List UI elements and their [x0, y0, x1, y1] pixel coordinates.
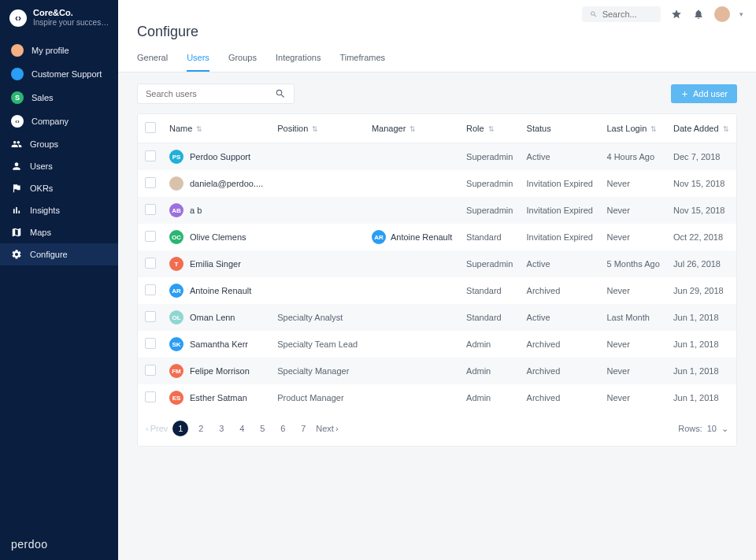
chart-icon — [11, 205, 22, 216]
search-users[interactable] — [137, 83, 295, 104]
cell-status: Archived — [521, 331, 601, 358]
sidebar-item-company[interactable]: ‹›Company — [0, 109, 118, 133]
row-checkbox[interactable] — [145, 150, 156, 161]
cell-role: Standard — [460, 304, 520, 331]
table-row[interactable]: daniela@perdoo....SuperadminInvitation E… — [138, 170, 736, 197]
page-1[interactable]: 1 — [172, 421, 188, 436]
cell-last-login: Never — [600, 384, 667, 411]
cell-role: Superadmin — [460, 143, 520, 171]
table-row[interactable]: PSPerdoo SupportSuperadminActive4 Hours … — [138, 143, 736, 171]
cell-position — [271, 277, 365, 304]
column-header-position[interactable]: Position ⇅ — [271, 114, 365, 143]
bell-icon[interactable] — [692, 8, 705, 20]
gear-icon — [11, 249, 22, 260]
row-checkbox[interactable] — [145, 365, 156, 376]
cell-position — [271, 224, 365, 250]
column-header-last-login[interactable]: Last Login ⇅ — [600, 114, 667, 143]
sidebar-item-groups[interactable]: Groups — [0, 133, 118, 155]
row-checkbox[interactable] — [145, 177, 156, 188]
page-5[interactable]: 5 — [254, 421, 270, 436]
avatar — [169, 176, 183, 191]
cell-status: Archived — [521, 358, 601, 384]
table-row[interactable]: ABa bSuperadminInvitation ExpiredNeverNo… — [138, 197, 736, 224]
tab-general[interactable]: General — [137, 53, 168, 72]
global-search[interactable] — [582, 6, 661, 22]
user-name: Esther Satman — [190, 393, 247, 402]
brand-tagline: Inspire your success ... — [33, 18, 112, 28]
cell-last-login: Never — [600, 224, 667, 250]
chevron-down-icon[interactable]: ▾ — [739, 10, 743, 18]
row-checkbox[interactable] — [145, 284, 156, 295]
add-user-button[interactable]: Add user — [671, 84, 737, 103]
row-checkbox[interactable] — [145, 231, 156, 242]
sidebar-item-users[interactable]: Users — [0, 155, 118, 177]
cell-manager — [365, 143, 460, 171]
tab-timeframes[interactable]: Timeframes — [339, 53, 385, 72]
sidebar-item-sales[interactable]: SSales — [0, 86, 118, 109]
page-7[interactable]: 7 — [295, 421, 311, 436]
cell-manager — [365, 384, 460, 411]
avatar-icon — [11, 44, 24, 57]
column-header-manager[interactable]: Manager ⇅ — [365, 114, 460, 143]
row-checkbox[interactable] — [145, 258, 156, 269]
next-page[interactable]: Next › — [316, 424, 338, 433]
user-icon — [11, 161, 22, 172]
brand[interactable]: ‹› Core&Co. Inspire your success ... — [0, 0, 118, 39]
user-avatar[interactable] — [714, 6, 730, 22]
table-row[interactable]: FMFelipe MorrisonSpecialty ManagerAdminA… — [138, 358, 736, 384]
table-row[interactable]: OCOlive ClemensARAntoine RenaultStandard… — [138, 224, 736, 250]
table-row[interactable]: ESEsther SatmanProduct ManagerAdminArchi… — [138, 384, 736, 411]
search-icon — [590, 9, 598, 19]
row-checkbox[interactable] — [145, 338, 156, 349]
column-header-role[interactable]: Role ⇅ — [460, 114, 520, 143]
sort-icon: ⇅ — [723, 125, 729, 133]
sidebar-item-my-profile[interactable]: My profile — [0, 39, 118, 62]
page-6[interactable]: 6 — [275, 421, 291, 436]
sidebar-item-label: Configure — [30, 250, 68, 259]
cell-manager — [365, 304, 460, 331]
pagination: ‹ Prev1234567Next › — [146, 421, 339, 436]
select-all-checkbox[interactable] — [145, 122, 156, 133]
global-search-input[interactable] — [602, 9, 653, 19]
table-row[interactable]: SKSamantha KerrSpecialty Team LeadAdminA… — [138, 331, 736, 358]
rows-per-page[interactable]: Rows: 10 ⌄ — [678, 424, 728, 434]
avatar: AB — [169, 203, 183, 217]
avatar: ES — [169, 391, 183, 405]
page-3[interactable]: 3 — [213, 421, 229, 436]
column-header-status: Status — [521, 114, 601, 143]
rows-value: 10 — [707, 424, 717, 433]
table-row[interactable]: OLOman LennSpecialty AnalystStandardActi… — [138, 304, 736, 331]
sidebar-item-maps[interactable]: Maps — [0, 221, 118, 243]
tab-integrations[interactable]: Integrations — [276, 53, 321, 72]
cell-role: Admin — [460, 331, 520, 358]
star-icon[interactable] — [670, 8, 683, 20]
sidebar-item-okrs[interactable]: OKRs — [0, 177, 118, 199]
sidebar-item-configure[interactable]: Configure — [0, 243, 118, 265]
cell-status: Active — [521, 143, 601, 171]
search-users-input[interactable] — [146, 89, 275, 98]
cell-role: Superadmin — [460, 170, 520, 197]
page-4[interactable]: 4 — [234, 421, 250, 436]
sidebar-item-insights[interactable]: Insights — [0, 199, 118, 221]
row-checkbox[interactable] — [145, 391, 156, 402]
sidebar-item-customer-support[interactable]: Customer Support — [0, 62, 118, 86]
sort-icon: ⇅ — [650, 125, 657, 133]
user-name: Emilia Singer — [190, 259, 241, 269]
table-row[interactable]: TEmilia SingerSuperadminActive5 Months A… — [138, 250, 736, 277]
column-header-date-added[interactable]: Date Added ⇅ — [667, 114, 736, 143]
column-header-name[interactable]: Name ⇅ — [163, 114, 271, 143]
sidebar: ‹› Core&Co. Inspire your success ... My … — [0, 0, 118, 560]
cell-role: Standard — [460, 224, 520, 250]
cell-status: Archived — [521, 277, 601, 304]
avatar: AR — [372, 230, 386, 244]
row-checkbox[interactable] — [145, 204, 156, 215]
tab-groups[interactable]: Groups — [228, 53, 257, 72]
cell-date-added: Oct 22, 2018 — [667, 224, 736, 250]
row-checkbox[interactable] — [145, 311, 156, 322]
cell-manager — [365, 277, 460, 304]
table-row[interactable]: ARAntoine RenaultStandardArchivedNeverJu… — [138, 277, 736, 304]
cell-role: Superadmin — [460, 197, 520, 224]
page-2[interactable]: 2 — [193, 421, 209, 436]
tab-users[interactable]: Users — [187, 53, 209, 72]
avatar: OC — [169, 230, 183, 244]
